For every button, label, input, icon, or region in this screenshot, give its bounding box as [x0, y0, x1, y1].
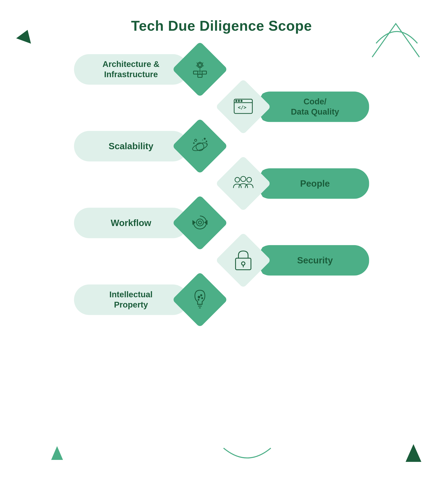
svg-point-26	[196, 219, 203, 226]
svg-point-36	[198, 296, 200, 298]
icon-gear-network	[189, 58, 211, 81]
svg-point-37	[200, 294, 202, 296]
row-workflow: Workflow	[74, 203, 369, 243]
icon-lightbulb	[190, 288, 210, 311]
pill-security: Security	[255, 245, 369, 276]
row-ip: IntellectualProperty	[74, 280, 369, 319]
deco-arc-outline	[374, 20, 419, 45]
svg-text:+: +	[205, 143, 207, 146]
label-scalability: Scalability	[109, 141, 154, 151]
svg-point-27	[198, 221, 201, 224]
svg-point-23	[235, 177, 240, 182]
diamond-ip	[172, 272, 228, 328]
label-ip: IntellectualProperty	[109, 289, 153, 310]
diagram-area: Architecture &Infrastructure	[74, 50, 369, 319]
label-security: Security	[297, 255, 333, 266]
svg-point-31	[242, 262, 245, 265]
deco-tri-bottom-right	[406, 444, 421, 463]
svg-marker-40	[406, 444, 421, 462]
row-people: People	[74, 164, 369, 203]
svg-point-11	[236, 100, 237, 102]
svg-point-15	[196, 143, 204, 151]
svg-point-39	[198, 299, 199, 300]
icon-lock	[233, 249, 253, 271]
svg-marker-29	[205, 221, 207, 224]
label-people: People	[300, 178, 330, 189]
icon-gear-cycle	[189, 212, 211, 234]
pill-scalability: Scalability	[74, 131, 188, 162]
pill-code: Code/Data Quality	[255, 91, 369, 122]
svg-point-19	[206, 141, 207, 142]
row-architecture: Architecture &Infrastructure	[74, 50, 369, 89]
label-code: Code/Data Quality	[291, 96, 339, 117]
svg-rect-4	[198, 74, 202, 77]
pill-architecture: Architecture &Infrastructure	[74, 54, 188, 85]
svg-rect-3	[202, 71, 206, 74]
svg-point-25	[247, 177, 251, 182]
diamond-workflow	[172, 195, 228, 251]
svg-rect-30	[235, 258, 251, 270]
svg-text:</>: </>	[238, 105, 246, 110]
row-security: Security	[74, 241, 369, 280]
svg-point-24	[241, 176, 246, 181]
svg-point-17	[195, 139, 197, 141]
svg-point-13	[241, 100, 242, 102]
deco-tri-bottom-left	[51, 446, 63, 461]
page-layout: Tech Due Diligence Scope Architecture &I…	[0, 0, 443, 504]
diamond-architecture	[172, 41, 228, 97]
svg-point-18	[204, 138, 205, 140]
pill-people: People	[255, 168, 369, 199]
svg-point-20	[194, 143, 194, 144]
diamond-scalability: + +	[172, 118, 228, 174]
icon-planet: + +	[189, 135, 211, 157]
icon-people	[231, 174, 255, 193]
deco-arc-bottom	[222, 446, 273, 468]
svg-point-12	[238, 100, 240, 102]
label-architecture: Architecture &Infrastructure	[103, 59, 159, 80]
svg-point-38	[201, 297, 203, 299]
svg-point-1	[198, 64, 201, 67]
svg-marker-41	[51, 446, 63, 460]
label-workflow: Workflow	[111, 217, 151, 228]
row-scalability: Scalability + +	[74, 126, 369, 166]
pill-workflow: Workflow	[74, 208, 188, 238]
svg-rect-2	[194, 71, 198, 74]
svg-text:+: +	[201, 138, 203, 142]
row-code: </> Code/Data Quality	[74, 87, 369, 126]
icon-code-window: </>	[232, 96, 254, 117]
svg-marker-28	[193, 221, 195, 224]
pill-ip: IntellectualProperty	[74, 285, 188, 315]
